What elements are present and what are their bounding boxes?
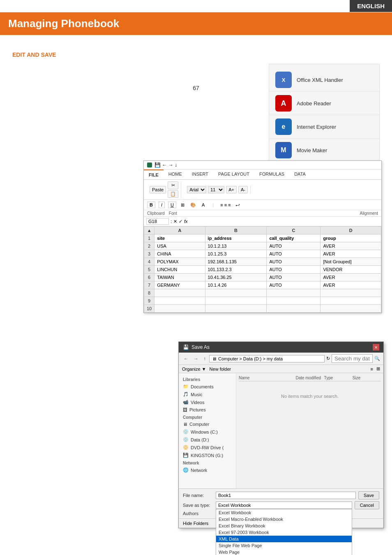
tab-home[interactable]: HOME xyxy=(164,170,187,179)
cell-6-a[interactable]: TAIWAN xyxy=(154,274,205,281)
cell-2-d[interactable]: AVER xyxy=(321,242,381,250)
table-row[interactable]: 10 xyxy=(144,305,381,313)
sidebar-documents[interactable]: 📁 Documents xyxy=(180,383,234,390)
cell-6-b[interactable]: 10.41.36.25 xyxy=(205,274,267,281)
cell-5-a[interactable]: LINCHUN xyxy=(154,266,205,274)
dialog-path-bar[interactable]: 🖥 Computer > Data (D:) > my data xyxy=(209,355,325,362)
cell-6-c[interactable]: AUTO xyxy=(267,274,321,281)
up-button[interactable]: ↑ xyxy=(202,355,208,362)
cell-8-c[interactable] xyxy=(267,289,321,297)
sidebar-network[interactable]: 🌐 Network xyxy=(180,466,234,474)
cell-2-c[interactable]: AUTO xyxy=(267,242,321,250)
sidebar-kingston[interactable]: 💾 KINGSTON (G:) xyxy=(180,451,234,459)
cell-6-d[interactable]: AVER xyxy=(321,274,381,281)
sidebar-music[interactable]: 🎵 Music xyxy=(180,390,234,398)
cell-4-d[interactable]: [Not Grouped] xyxy=(321,258,381,266)
tab-page-layout[interactable]: PAGE LAYOUT xyxy=(213,170,254,179)
tab-file[interactable]: FILE xyxy=(144,170,164,179)
cell-7-a[interactable]: GERMANY xyxy=(154,281,205,289)
tab-insert[interactable]: INSERT xyxy=(187,170,213,179)
table-row[interactable]: 7GERMANY10.1.4.26AUTOAVER xyxy=(144,281,381,289)
sidebar-windows-c[interactable]: 💿 Windows (C:) xyxy=(180,428,234,436)
cell-3-d[interactable]: AVER xyxy=(321,250,381,258)
table-row[interactable]: 6TAIWAN10.41.36.25AUTOAVER xyxy=(144,274,381,281)
tab-formulas[interactable]: FORMULAS xyxy=(254,170,289,179)
confirm-formula-icon[interactable]: ✓ xyxy=(179,219,182,224)
cell-5-b[interactable]: 101.133.2.3 xyxy=(205,266,267,274)
sidebar-computer[interactable]: 🖥 Computer xyxy=(180,420,234,428)
font-size-selector[interactable]: 11 xyxy=(208,186,224,193)
insert-function-icon[interactable]: fx xyxy=(184,219,188,224)
sidebar-videos[interactable]: 📹 Videos xyxy=(180,398,234,406)
table-row[interactable]: 4POLYMAX192.168.1.135AUTO[Not Grouped] xyxy=(144,258,381,266)
cell-8-a[interactable] xyxy=(154,289,205,297)
cancel-formula-icon[interactable]: ✕ xyxy=(173,219,177,224)
wrap-text-button[interactable]: ⮐ xyxy=(234,202,241,208)
option-web-page[interactable]: Web Page xyxy=(216,549,352,555)
forward-button[interactable]: → xyxy=(192,355,200,362)
cell-9-c[interactable] xyxy=(267,297,321,305)
cell-2-a[interactable]: USA xyxy=(154,242,205,250)
font-color-button[interactable]: A xyxy=(201,202,206,208)
option-single-file-web[interactable]: Single File Web Page xyxy=(216,542,352,549)
cell-1-d[interactable]: group xyxy=(321,235,381,242)
cell-7-c[interactable]: AUTO xyxy=(267,281,321,289)
cell-8-d[interactable] xyxy=(321,289,381,297)
cell-2-b[interactable]: 10.1.2.13 xyxy=(205,242,267,250)
save-type-input[interactable] xyxy=(216,502,352,509)
view-toggle-icon[interactable]: ≡ xyxy=(371,367,373,372)
table-row[interactable]: 9 xyxy=(144,297,381,305)
app-icon-xml[interactable]: X Office XML Handler xyxy=(269,68,379,92)
filename-input[interactable] xyxy=(216,492,356,499)
font-shrink-button[interactable]: A- xyxy=(238,186,248,193)
copy-button[interactable]: 📋 xyxy=(168,190,178,198)
search-icon[interactable]: 🔍 xyxy=(374,356,380,361)
organize-button[interactable]: Organize ▼ xyxy=(182,367,206,372)
cell-7-d[interactable]: AVER xyxy=(321,281,381,289)
refresh-icon[interactable]: ↻ xyxy=(326,356,330,361)
paste-button[interactable]: Paste xyxy=(150,186,166,193)
cell-10-d[interactable] xyxy=(321,305,381,313)
cell-9-d[interactable] xyxy=(321,297,381,305)
cell-9-b[interactable] xyxy=(205,297,267,305)
font-grow-button[interactable]: A+ xyxy=(226,186,237,193)
underline-button[interactable]: U xyxy=(168,202,176,208)
italic-button[interactable]: I xyxy=(159,202,165,208)
sidebar-dvd[interactable]: 📀 DVD-RW Drive ( xyxy=(180,444,234,451)
hide-folders-button[interactable]: Hide Folders xyxy=(183,521,208,526)
dialog-close-button[interactable]: ✕ xyxy=(373,344,379,351)
cell-10-c[interactable] xyxy=(267,305,321,313)
bold-button[interactable]: B xyxy=(147,202,155,208)
cell-8-b[interactable] xyxy=(205,289,267,297)
save-button[interactable]: Save xyxy=(358,491,379,499)
table-row[interactable]: 3CHINA10.1.25.3AUTOAVER xyxy=(144,250,381,258)
cell-7-b[interactable]: 10.1.4.26 xyxy=(205,281,267,289)
tab-data[interactable]: DATA xyxy=(289,170,311,179)
table-row[interactable]: 8 xyxy=(144,289,381,297)
cell-reference-input[interactable] xyxy=(146,218,169,225)
fill-color-button[interactable]: 🎨 xyxy=(189,202,197,208)
cell-3-c[interactable]: AUTO xyxy=(267,250,321,258)
save-type-dropdown[interactable]: Excel Workbook Excel Macro-Enabled Workb… xyxy=(216,509,352,555)
option-excel-workbook[interactable]: Excel Workbook xyxy=(216,509,352,516)
cell-1-a[interactable]: site xyxy=(154,235,205,242)
cell-5-d[interactable]: VENDOR xyxy=(321,266,381,274)
option-excel-binary[interactable]: Excel Binary Workbook xyxy=(216,522,352,529)
sidebar-pictures[interactable]: 🖼 Pictures xyxy=(180,406,234,413)
cancel-button[interactable]: Cancel xyxy=(355,501,379,509)
cell-4-c[interactable]: AUTO xyxy=(267,258,321,266)
sidebar-data-d[interactable]: 💿 Data (D:) xyxy=(180,436,234,444)
table-row[interactable]: 1siteip_addresscall_qualitygroup xyxy=(144,235,381,242)
view-details-icon[interactable]: ⊞ xyxy=(376,366,380,372)
cut-button[interactable]: ✂ xyxy=(168,181,178,189)
app-icon-movie[interactable]: M Movie Maker xyxy=(269,139,379,162)
dialog-search-input[interactable] xyxy=(332,354,373,363)
cell-3-b[interactable]: 10.1.25.3 xyxy=(205,250,267,258)
app-icon-adobe[interactable]: A Adobe Reader xyxy=(269,92,379,115)
cell-4-b[interactable]: 192.168.1.135 xyxy=(205,258,267,266)
back-button[interactable]: ← xyxy=(182,355,190,362)
borders-button[interactable]: ⊞ xyxy=(180,202,186,208)
cell-1-b[interactable]: ip_address xyxy=(205,235,267,242)
option-excel-macro-enabled[interactable]: Excel Macro-Enabled Workbook xyxy=(216,516,352,522)
new-folder-button[interactable]: New folder xyxy=(210,367,231,372)
